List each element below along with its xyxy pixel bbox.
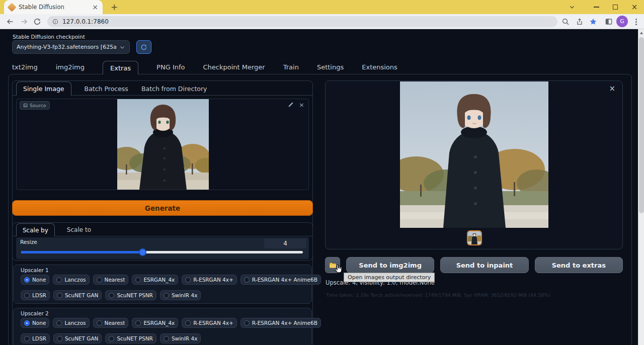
radio-checked-icon	[24, 320, 30, 326]
slider-fill	[21, 251, 142, 253]
resize-value-input[interactable]: 4	[264, 238, 306, 248]
result-image[interactable]	[400, 81, 548, 228]
window-minimize-button[interactable]	[589, 0, 604, 14]
tab-batch-from-directory[interactable]: Batch from Directory	[141, 85, 207, 93]
share-icon[interactable]	[574, 16, 586, 28]
send-to-extras-button[interactable]: Send to extras	[535, 257, 623, 273]
upscaler1-option-resrgan4x-anime6b[interactable]: R-ESRGAN 4x+ Anime6B	[240, 275, 321, 285]
upscaler1-option-resrgan4x[interactable]: R-ESRGAN 4x+	[182, 275, 236, 285]
tab-checkpoint-merger[interactable]: Checkpoint Merger	[203, 63, 265, 71]
tab-txt2img[interactable]: txt2img	[12, 63, 38, 71]
upscaler-2-group: Upscaler 2 None Lanczos Nearest ESRGAN_4…	[13, 308, 312, 345]
gallery-thumbnail-selected[interactable]	[467, 230, 482, 245]
source-image-dropzone[interactable]: Source ×	[16, 99, 309, 190]
scrollbar-up-arrow-icon[interactable]	[640, 32, 643, 34]
result-gallery: ×	[325, 80, 623, 249]
tab-img2img[interactable]: img2img	[56, 63, 85, 71]
radio-icon	[135, 277, 141, 283]
profile-avatar[interactable]: G	[616, 16, 628, 27]
upscaler-1-row-1: None Lanczos Nearest ESRGAN_4x R-ESRGAN …	[21, 275, 321, 285]
back-button[interactable]	[4, 16, 16, 28]
radio-icon	[109, 293, 114, 298]
resize-slider-block: Resize 4	[16, 237, 309, 259]
upscaler2-option-resrgan4x[interactable]: R-ESRGAN 4x+	[182, 318, 236, 328]
tab-extras[interactable]: Extras	[103, 61, 138, 74]
tab-settings[interactable]: Settings	[317, 63, 344, 71]
source-chip-label: Source	[30, 103, 46, 108]
reload-button[interactable]	[31, 16, 43, 28]
upscaler1-option-lanczos[interactable]: Lanczos	[53, 275, 89, 285]
chevron-down-icon	[119, 44, 125, 50]
new-tab-button[interactable]: +	[109, 2, 120, 13]
mouse-cursor-pointer	[334, 264, 343, 274]
zoom-indicator-icon[interactable]	[559, 16, 572, 28]
edit-pencil-icon[interactable]	[288, 102, 294, 108]
tab-scale-to[interactable]: Scale to	[67, 226, 91, 233]
upscaler1-option-swinir4x[interactable]: SwinIR 4x	[160, 290, 201, 300]
upscaler1-option-scunet-psnr[interactable]: ScuNET PSNR	[105, 290, 156, 300]
tab-extensions[interactable]: Extensions	[362, 63, 397, 71]
site-info-icon[interactable]	[52, 19, 58, 25]
slider-thumb[interactable]	[139, 248, 146, 256]
resize-slider[interactable]	[21, 251, 303, 253]
url-text[interactable]: 127.0.0.1:7860	[62, 18, 109, 25]
performance-stats-text: Time taken: 2.29s Torch active/reserved:…	[326, 292, 550, 298]
upscaler2-option-swinir4x[interactable]: SwinIR 4x	[160, 333, 201, 343]
tab-single-image[interactable]: Single Image	[16, 81, 71, 96]
tab-batch-process[interactable]: Batch Process	[85, 85, 128, 93]
radio-icon	[97, 320, 102, 326]
thumbnail-image	[468, 231, 481, 244]
radio-icon	[24, 293, 30, 298]
clear-image-icon[interactable]: ×	[299, 102, 304, 108]
main-tab-bar: txt2img img2img Extras PNG Info Checkpoi…	[12, 60, 397, 74]
radio-icon	[97, 277, 102, 283]
upscaler1-option-ldsr[interactable]: LDSR	[21, 290, 50, 300]
upscaler1-option-nearest[interactable]: Nearest	[93, 275, 129, 285]
checkpoint-dropdown[interactable]: Anything-V3-fp32.safetensors [625a2ba2]	[12, 40, 130, 54]
upscaler2-option-ldsr[interactable]: LDSR	[21, 333, 50, 343]
tab-train[interactable]: Train	[283, 63, 299, 71]
generate-button[interactable]: Generate	[12, 200, 313, 216]
upscaler1-option-scunet-gan[interactable]: ScuNET GAN	[53, 290, 102, 300]
upscaler-2-label: Upscaler 2	[21, 310, 49, 316]
upscaler1-option-esrgan4x[interactable]: ESRGAN_4x	[132, 275, 178, 285]
window-maximize-button[interactable]	[608, 0, 623, 14]
url-bar[interactable]: 127.0.0.1:7860	[47, 16, 557, 27]
tab-png-info[interactable]: PNG Info	[156, 63, 185, 71]
browser-toolbar: 127.0.0.1:7860 G	[0, 14, 644, 29]
tab-scale-by[interactable]: Scale by	[16, 223, 55, 236]
browser-tab-title: Stable Diffusion	[19, 4, 89, 11]
browser-tab[interactable]: Stable Diffusion ×	[4, 0, 103, 14]
radio-icon	[244, 277, 250, 283]
upscaler-1-row-2: LDSR ScuNET GAN ScuNET PSNR SwinIR 4x	[21, 290, 201, 300]
side-panel-icon[interactable]	[603, 16, 615, 28]
refresh-icon	[140, 44, 147, 51]
upscaler2-option-nearest[interactable]: Nearest	[93, 318, 129, 328]
upscaler2-option-esrgan4x[interactable]: ESRGAN_4x	[132, 318, 178, 328]
bookmark-star-icon[interactable]	[587, 16, 599, 28]
upscaler2-option-lanczos[interactable]: Lanczos	[53, 318, 89, 328]
upscaler2-option-resrgan4x-anime6b[interactable]: R-ESRGAN 4x+ Anime6B	[240, 318, 321, 328]
browser-menu-icon[interactable]	[630, 16, 642, 28]
send-to-img2img-button[interactable]: Send to img2img	[346, 257, 434, 273]
radio-icon	[244, 320, 250, 326]
send-to-inpaint-button[interactable]: Send to inpaint	[440, 257, 528, 273]
tab-close-icon[interactable]: ×	[92, 4, 98, 11]
stable-diffusion-favicon-icon	[7, 3, 16, 12]
gallery-close-icon[interactable]: ×	[609, 84, 615, 93]
upscaler1-option-none[interactable]: None	[21, 275, 49, 285]
page-scrollbar[interactable]	[638, 29, 644, 345]
scrollbar-thumb[interactable]	[639, 37, 644, 213]
refresh-checkpoints-button[interactable]	[136, 40, 151, 54]
window-close-button[interactable]: ×	[627, 0, 642, 14]
radio-icon	[109, 336, 114, 341]
browser-tab-strip: Stable Diffusion × + ×	[0, 0, 644, 14]
upscaler2-option-scunet-gan[interactable]: ScuNET GAN	[53, 333, 102, 343]
checkpoint-value: Anything-V3-fp32.safetensors [625a2ba2]	[17, 44, 116, 50]
forward-button[interactable]	[18, 16, 30, 28]
radio-icon	[56, 320, 62, 326]
upscaler2-option-none[interactable]: None	[21, 318, 49, 328]
tab-search-chevron-icon[interactable]	[565, 0, 580, 14]
upscaler2-option-scunet-psnr[interactable]: ScuNET PSNR	[105, 333, 156, 343]
radio-checked-icon	[24, 277, 30, 283]
